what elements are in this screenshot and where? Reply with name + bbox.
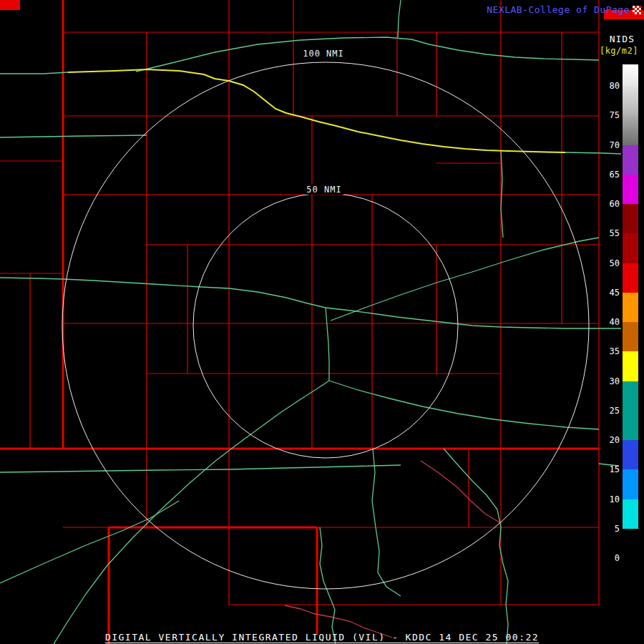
range-ring-label-100nmi: 100 NMI <box>301 49 346 59</box>
highlighted-road-segment <box>68 69 565 152</box>
river-segment <box>421 461 499 522</box>
colorbar-segment-20-25 <box>623 411 638 440</box>
attribution-text: NEXLAB-College of DuPage <box>487 4 630 15</box>
colorbar-tick-70: 70 <box>610 140 620 151</box>
road-segment <box>0 465 401 472</box>
colorbar-segment-45-50 <box>623 263 638 293</box>
highways-layer <box>0 0 621 644</box>
radar-display: 100 NMI 50 NMI NEXLAB-College of DuPage … <box>0 0 644 644</box>
road-segment <box>329 381 599 429</box>
colorbar-segment-60-65 <box>623 175 638 204</box>
state-border-lines <box>0 0 599 644</box>
colorbar-segment-above-80 <box>623 64 638 86</box>
colorbar-segment-5-10 <box>623 499 638 529</box>
units-label: [kg/m2] <box>600 46 638 56</box>
colorbar-segment-30-35 <box>623 351 638 381</box>
colorbar-segment-70-75 <box>623 115 638 145</box>
colorbar-tick-40: 40 <box>610 316 620 328</box>
highlighted-highway-layer <box>68 69 565 152</box>
colorbar-tick-60: 60 <box>610 198 620 210</box>
colorbar-segment-65-70 <box>623 145 638 175</box>
range-ring-label-50nmi: 50 NMI <box>304 185 343 195</box>
road-segment <box>136 37 599 72</box>
colorbar-tick-0: 0 <box>615 552 620 564</box>
range-ring-100nmi <box>62 62 589 589</box>
product-caption: DIGITAL VERTICALLY INTEGRATED LIQUID (VI… <box>0 632 644 643</box>
colorbar-segment-25-30 <box>623 381 638 411</box>
road-segment <box>372 449 401 596</box>
colorbar-tick-45: 45 <box>610 287 620 298</box>
colorbar-segment-10-15 <box>623 469 638 499</box>
state-borders-layer <box>0 0 599 644</box>
colorbar-tick-35: 35 <box>610 346 620 357</box>
colorbar-segment-below-0 <box>623 558 638 565</box>
colorbar-tick-80: 80 <box>610 80 620 92</box>
colorbar-segment-35-40 <box>623 322 638 351</box>
colorbar-tick-65: 65 <box>610 169 620 180</box>
colorbar-segment-55-60 <box>623 204 638 233</box>
road-segment <box>0 501 179 583</box>
colorbar-tick-50: 50 <box>610 258 620 269</box>
colorbar-tick-5: 5 <box>615 523 620 535</box>
top-left-marker <box>0 0 20 10</box>
road-segment <box>326 308 329 381</box>
colorbar-tick-25: 25 <box>610 405 620 416</box>
colorbar <box>623 64 638 565</box>
road-segment <box>320 527 336 644</box>
colorbar-tick-15: 15 <box>610 464 620 475</box>
colorbar-segment-75-80 <box>623 86 638 115</box>
road-segment <box>331 238 599 321</box>
road-segment <box>0 278 621 328</box>
range-ring-50nmi <box>193 193 458 458</box>
colorbar-tick-55: 55 <box>610 228 620 239</box>
product-code-label: NIDS <box>610 34 635 44</box>
colorbar-segment-0-5 <box>623 529 638 558</box>
colorbar-ticks: 80757065605550454035302520151050 <box>600 64 620 565</box>
road-segment <box>398 0 401 37</box>
range-rings-layer <box>62 62 589 589</box>
colorbar-segment-50-55 <box>623 233 638 263</box>
radar-map <box>0 0 644 644</box>
colorbar-tick-30: 30 <box>610 376 620 387</box>
colorbar-tick-75: 75 <box>610 109 620 121</box>
road-segment <box>0 72 68 74</box>
colorbar-segment-40-45 <box>623 293 638 322</box>
colorbar-tick-20: 20 <box>610 434 620 446</box>
road-segment <box>444 449 508 644</box>
colorbar-tick-10: 10 <box>610 494 620 505</box>
road-segment <box>0 135 147 137</box>
colorbar-segment-15-20 <box>623 440 638 469</box>
dupage-logo-icon <box>633 6 641 14</box>
